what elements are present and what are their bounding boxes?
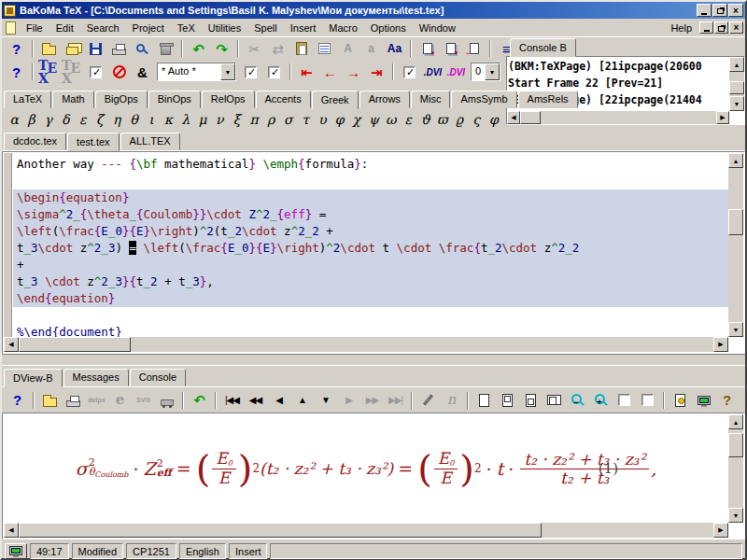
tab-accents[interactable]: Accents	[256, 91, 311, 108]
editor-pane[interactable]: Another way --- {\bf mathematical} \emph…	[2, 151, 745, 354]
batch-convert-button[interactable]	[156, 390, 177, 410]
prev-error-button[interactable]: ←	[319, 63, 341, 82]
greek-symbol-ι[interactable]: ι	[143, 112, 160, 127]
menu-file[interactable]: File	[20, 21, 49, 35]
dvi-sync-checkbox[interactable]	[403, 66, 416, 78]
console-vscroll-thumb[interactable]	[729, 81, 744, 94]
menu-project[interactable]: Project	[126, 21, 171, 35]
console-scroll-down-icon[interactable]: ▼	[729, 96, 744, 111]
undo-button[interactable]: ↶	[188, 39, 209, 59]
tab-binops[interactable]: BinOps	[148, 91, 201, 108]
save-button[interactable]	[85, 39, 106, 59]
next-page-button[interactable]: ▶	[338, 390, 359, 410]
greek-symbol-ω[interactable]: ω	[383, 112, 400, 127]
greek-symbol-ρ[interactable]: ρ	[262, 112, 279, 127]
option-a-checkbox[interactable]	[240, 63, 261, 82]
console-scroll-right-icon[interactable]: ▶	[716, 111, 729, 124]
greek-symbol-α[interactable]: α	[6, 112, 22, 127]
code-line[interactable]: Another way --- {\bf mathematical} \emph…	[13, 156, 728, 173]
ampersand-button[interactable]: &	[132, 63, 153, 82]
greek-symbol-β[interactable]: β	[22, 112, 39, 127]
code-line[interactable]: \sigma^2_{\theta_{Coulomb}}\cdot Z^2_{ef…	[13, 206, 728, 223]
greek-symbol-ς[interactable]: ς	[468, 112, 485, 127]
first-page-button[interactable]: |◀◀	[221, 390, 243, 410]
dvips-button[interactable]: dvips	[86, 390, 107, 410]
preview-scroll-left-icon[interactable]: ◀	[4, 523, 19, 538]
console-hscroll-thumb[interactable]	[520, 111, 541, 124]
code-line[interactable]	[13, 173, 728, 189]
greek-symbol-χ[interactable]: χ	[348, 112, 365, 127]
greek-symbol-ξ[interactable]: ξ	[228, 112, 245, 127]
view-option2-checkbox[interactable]	[637, 390, 658, 410]
abort-button[interactable]	[108, 63, 130, 82]
context-help-button[interactable]: ?	[716, 390, 738, 410]
greek-symbol-θ[interactable]: θ	[125, 112, 142, 127]
view-option2-checkbox[interactable]	[641, 394, 654, 406]
prev-10-pages-button[interactable]: ◀◀	[245, 390, 266, 410]
tab-greek[interactable]: Greek	[312, 91, 359, 109]
dropdown-arrow-icon[interactable]: ▼	[485, 63, 500, 80]
code-line[interactable]	[13, 307, 728, 324]
preview-scroll-up-icon[interactable]: ▲	[728, 414, 743, 429]
format-combo[interactable]: * Auto *▼	[157, 63, 236, 81]
greek-symbol-φ[interactable]: φ	[486, 112, 502, 127]
code-line[interactable]: t_3 \cdot z^2_3}{t_2 + t_3},	[13, 273, 728, 290]
editor-vscroll-thumb[interactable]	[728, 209, 743, 235]
prev-page-button[interactable]: ◀	[268, 390, 289, 410]
console-scroll-left-icon[interactable]: ◀	[507, 111, 520, 124]
option-b-checkbox[interactable]	[268, 66, 280, 78]
tex-stop-button[interactable]: TEX	[62, 63, 83, 82]
tab-dview-b[interactable]: DView-B	[4, 369, 63, 387]
page-down-button[interactable]: ▼	[315, 390, 336, 410]
code-area[interactable]: Another way --- {\bf mathematical} \emph…	[13, 153, 728, 337]
greek-symbol-φ[interactable]: φ	[331, 112, 348, 127]
tab-messages[interactable]: Messages	[63, 369, 129, 386]
menu-spell[interactable]: Spell	[247, 21, 283, 35]
tab-dcdoc-tex[interactable]: dcdoc.tex	[4, 133, 66, 150]
menu-tex[interactable]: TeX	[171, 21, 202, 35]
next-10-pages-button[interactable]: ▶▶	[361, 390, 383, 410]
fit-page-button[interactable]	[473, 390, 495, 410]
greek-symbol-ϑ[interactable]: ϑ	[416, 112, 433, 127]
merge-button[interactable]: ⇄	[267, 39, 289, 59]
tab-relops[interactable]: RelOps	[202, 91, 255, 108]
tab-arrows[interactable]: Arrows	[359, 91, 410, 108]
cut-button[interactable]: ✂	[244, 39, 265, 59]
greek-symbol-ϖ[interactable]: ϖ	[434, 112, 451, 127]
editor-scroll-left-icon[interactable]: ◀	[4, 337, 19, 352]
tab-all-tex[interactable]: ALL.TEX	[120, 133, 180, 150]
greek-symbol-υ[interactable]: υ	[314, 112, 331, 127]
greek-symbol-η[interactable]: η	[108, 112, 125, 127]
child-minimize-button[interactable]	[699, 21, 713, 34]
auto-compile-checkbox[interactable]	[90, 66, 102, 78]
screen-toggle-button[interactable]	[5, 543, 27, 559]
menu-help[interactable]: Help	[664, 21, 698, 35]
help-button[interactable]: ?	[6, 63, 27, 82]
tab-amssymb[interactable]: AmsSymb	[451, 91, 516, 108]
open-file-button[interactable]	[39, 390, 61, 410]
lowercase-button[interactable]: a	[360, 39, 382, 59]
tab-bigops[interactable]: BigOps	[95, 91, 148, 108]
greek-symbol-μ[interactable]: μ	[194, 112, 211, 127]
measure-button[interactable]	[417, 390, 439, 410]
back-button[interactable]: ↶	[189, 390, 210, 410]
copy-files-button[interactable]	[62, 39, 83, 59]
preview-vscrollbar[interactable]: ▲ ▼	[728, 414, 743, 523]
tab-test-tex[interactable]: test.tex	[67, 133, 119, 151]
option-b-checkbox[interactable]	[263, 63, 285, 82]
greek-symbol-τ[interactable]: τ	[297, 112, 314, 127]
screen-mode-button[interactable]	[693, 390, 714, 410]
editor-vscrollbar[interactable]: ▲ ▼	[728, 153, 743, 337]
dropdown-arrow-icon[interactable]: ▼	[220, 63, 235, 80]
tab-latex[interactable]: LaTeX	[4, 91, 51, 108]
menu-options[interactable]: Options	[364, 21, 413, 35]
fit-text-button[interactable]	[520, 390, 542, 410]
code-line[interactable]: t_3\cdot z^2_3) = \left(\frac{E_0}{E}\ri…	[13, 240, 728, 257]
uppercase-button[interactable]: A	[337, 39, 359, 59]
minimize-button[interactable]	[697, 4, 712, 17]
fit-width-button[interactable]	[497, 390, 518, 410]
code-line[interactable]: \end{equation}	[13, 290, 728, 307]
auto-compile-checkbox[interactable]	[85, 63, 106, 82]
dvi-sync-checkbox[interactable]	[399, 63, 420, 82]
page-setup-button[interactable]	[669, 390, 691, 410]
